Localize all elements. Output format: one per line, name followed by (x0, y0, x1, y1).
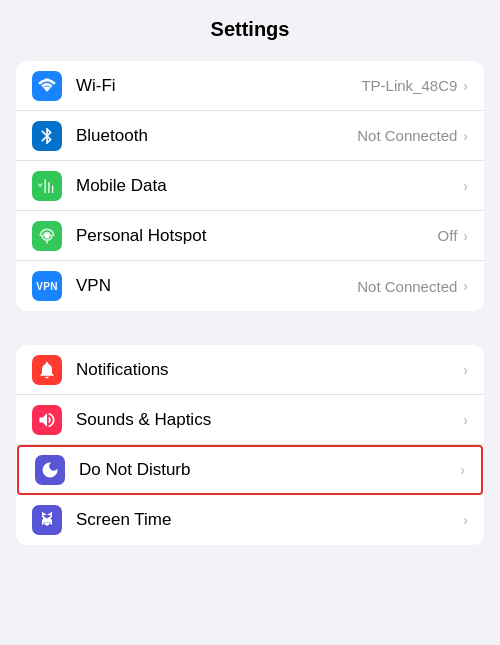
header: Settings (0, 0, 500, 53)
mobile-data-row[interactable]: Mobile Data › (16, 161, 484, 211)
bluetooth-icon (32, 121, 62, 151)
wifi-icon (32, 71, 62, 101)
notifications-row[interactable]: Notifications › (16, 345, 484, 395)
wifi-chevron: › (463, 78, 468, 94)
hotspot-row[interactable]: Personal Hotspot Off › (16, 211, 484, 261)
vpn-label: VPN (76, 276, 357, 296)
bluetooth-row[interactable]: Bluetooth Not Connected › (16, 111, 484, 161)
bluetooth-chevron: › (463, 128, 468, 144)
sounds-row[interactable]: Sounds & Haptics › (16, 395, 484, 445)
wifi-row[interactable]: Wi-Fi TP-Link_48C9 › (16, 61, 484, 111)
mobile-data-chevron: › (463, 178, 468, 194)
sounds-label: Sounds & Haptics (76, 410, 457, 430)
connectivity-section: Wi-Fi TP-Link_48C9 › Bluetooth Not Conne… (16, 61, 484, 311)
do-not-disturb-chevron: › (460, 462, 465, 478)
mobile-data-label: Mobile Data (76, 176, 457, 196)
screen-time-icon (32, 505, 62, 535)
notifications-icon (32, 355, 62, 385)
vpn-icon: VPN (32, 271, 62, 301)
wifi-value: TP-Link_48C9 (361, 77, 457, 94)
svg-point-0 (45, 233, 50, 238)
screen-time-chevron: › (463, 512, 468, 528)
system-section: Notifications › Sounds & Haptics › Do No… (16, 345, 484, 545)
hotspot-chevron: › (463, 228, 468, 244)
hotspot-icon (32, 221, 62, 251)
screen-time-row[interactable]: Screen Time › (16, 495, 484, 545)
bluetooth-label: Bluetooth (76, 126, 357, 146)
do-not-disturb-icon (35, 455, 65, 485)
sounds-icon (32, 405, 62, 435)
do-not-disturb-row[interactable]: Do Not Disturb › (17, 445, 483, 495)
notifications-label: Notifications (76, 360, 457, 380)
do-not-disturb-label: Do Not Disturb (79, 460, 454, 480)
vpn-row[interactable]: VPN VPN Not Connected › (16, 261, 484, 311)
bluetooth-value: Not Connected (357, 127, 457, 144)
screen-time-label: Screen Time (76, 510, 457, 530)
sounds-chevron: › (463, 412, 468, 428)
hotspot-value: Off (438, 227, 458, 244)
section-divider (0, 317, 500, 337)
page-title: Settings (211, 18, 290, 40)
vpn-chevron: › (463, 278, 468, 294)
wifi-label: Wi-Fi (76, 76, 361, 96)
mobile-data-icon (32, 171, 62, 201)
hotspot-label: Personal Hotspot (76, 226, 438, 246)
notifications-chevron: › (463, 362, 468, 378)
vpn-value: Not Connected (357, 278, 457, 295)
